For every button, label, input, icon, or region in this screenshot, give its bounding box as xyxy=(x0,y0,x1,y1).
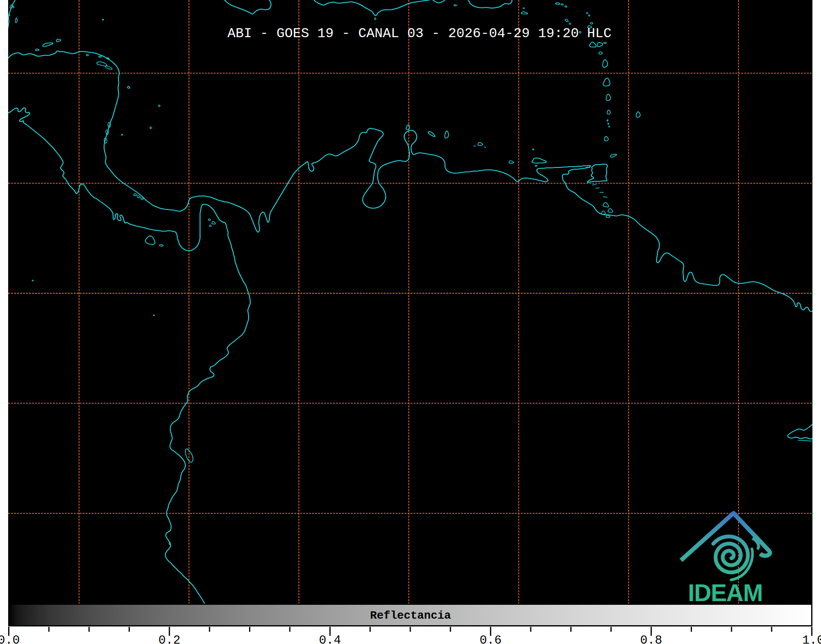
svg-text:1.0: 1.0 xyxy=(802,633,821,644)
svg-text:0.8: 0.8 xyxy=(640,633,662,644)
svg-text:0.4: 0.4 xyxy=(319,633,341,644)
svg-text:Reflectancia: Reflectancia xyxy=(370,609,451,622)
svg-text:IDEAM: IDEAM xyxy=(688,579,763,606)
svg-text:0.2: 0.2 xyxy=(158,633,180,644)
svg-text:ABI - GOES 19 - CANAL 03 - 202: ABI - GOES 19 - CANAL 03 - 2026-04-29 19… xyxy=(227,26,612,41)
svg-text:0.6: 0.6 xyxy=(480,633,502,644)
svg-text:0.0: 0.0 xyxy=(0,633,20,644)
